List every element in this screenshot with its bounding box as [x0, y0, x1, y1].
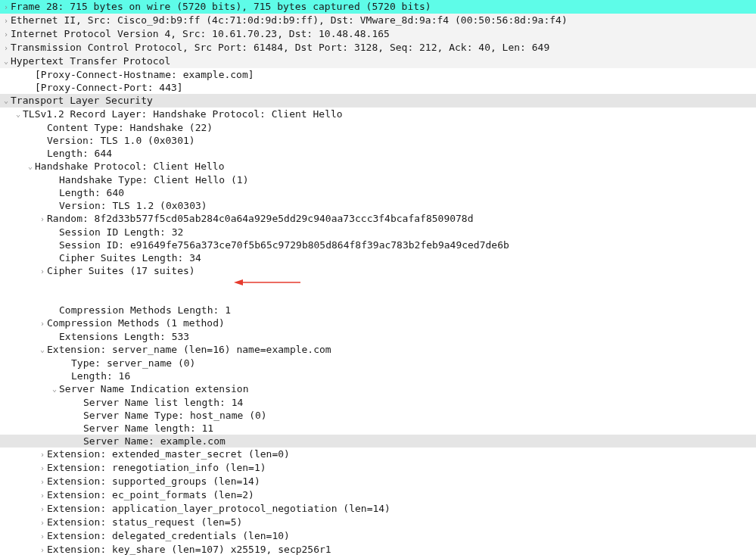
packet-details-tree: ›Frame 28: 715 bytes on wire (5720 bits)… — [0, 0, 756, 555]
sni-list-length[interactable]: Server Name list length: 14 — [0, 396, 756, 409]
annotation-arrow-icon — [198, 264, 302, 304]
compression-methods-length[interactable]: Compression Methods Length: 1 — [0, 304, 756, 316]
sni-name-value[interactable]: Server Name: example.com — [0, 435, 756, 447]
ext-item[interactable]: ›Extension: extended_master_secret (len=… — [0, 447, 756, 461]
chevron-right-icon[interactable]: › — [38, 265, 47, 278]
handshake-row[interactable]: ⌄Handshake Protocol: Client Hello — [0, 160, 756, 173]
ext-item[interactable]: ›Extension: application_layer_protocol_n… — [0, 502, 756, 516]
chevron-right-icon[interactable]: › — [2, 42, 11, 55]
chevron-down-icon[interactable]: ⌄ — [14, 108, 23, 120]
http-summary: Hypertext Transfer Protocol — [11, 55, 170, 67]
chevron-down-icon[interactable]: ⌄ — [2, 94, 11, 107]
tls-content-type[interactable]: Content Type: Handshake (22) — [0, 121, 756, 134]
cipher-suites-length[interactable]: Cipher Suites Length: 34 — [0, 251, 756, 264]
handshake-length[interactable]: Length: 640 — [0, 186, 756, 199]
ext-sni-length[interactable]: Length: 16 — [0, 369, 756, 382]
chevron-right-icon[interactable]: › — [38, 448, 47, 461]
http-row[interactable]: ⌄Hypertext Transfer Protocol — [0, 55, 756, 68]
ext-item[interactable]: ›Extension: ec_point_formats (len=2) — [0, 488, 756, 502]
chevron-down-icon[interactable]: ⌄ — [2, 55, 11, 67]
session-id-length[interactable]: Session ID Length: 32 — [0, 226, 756, 239]
sni-name-type[interactable]: Server Name Type: host_name (0) — [0, 409, 756, 422]
sni-ext-row[interactable]: ⌄Server Name Indication extension — [0, 382, 756, 396]
extensions-length[interactable]: Extensions Length: 533 — [0, 330, 756, 343]
chevron-right-icon[interactable]: › — [2, 1, 11, 14]
ext-server-name-row[interactable]: ⌄Extension: server_name (len=16) name=ex… — [0, 343, 756, 357]
chevron-right-icon[interactable]: › — [38, 475, 47, 488]
chevron-right-icon[interactable]: › — [38, 489, 47, 502]
chevron-right-icon[interactable]: › — [38, 544, 47, 555]
chevron-down-icon[interactable]: ⌄ — [26, 160, 35, 173]
svg-marker-1 — [234, 279, 243, 285]
frame-summary: Frame 28: 715 bytes on wire (5720 bits),… — [11, 1, 431, 12]
handshake-random[interactable]: ›Random: 8f2d33b577f5cd05ab284c0a64a929e… — [0, 212, 756, 226]
chevron-right-icon[interactable]: › — [38, 503, 47, 516]
ext-item[interactable]: ›Extension: renegotiation_info (len=1) — [0, 461, 756, 475]
chevron-right-icon[interactable]: › — [38, 516, 47, 529]
frame-row[interactable]: ›Frame 28: 715 bytes on wire (5720 bits)… — [0, 0, 756, 14]
chevron-down-icon[interactable]: ⌄ — [38, 343, 47, 356]
ethernet-row[interactable]: ›Ethernet II, Src: Cisco_9d:b9:ff (4c:71… — [0, 14, 756, 27]
tls-record-row[interactable]: ⌄TLSv1.2 Record Layer: Handshake Protoco… — [0, 108, 756, 121]
tls-record-version[interactable]: Version: TLS 1.0 (0x0301) — [0, 134, 756, 147]
handshake-type[interactable]: Handshake Type: Client Hello (1) — [0, 173, 756, 186]
ip-row[interactable]: ›Internet Protocol Version 4, Src: 10.61… — [0, 27, 756, 41]
tls-row[interactable]: ⌄Transport Layer Security — [0, 94, 756, 108]
tcp-summary: Transmission Control Protocol, Src Port:… — [11, 42, 549, 53]
ext-item[interactable]: ›Extension: status_request (len=5) — [0, 516, 756, 529]
ext-sni-type[interactable]: Type: server_name (0) — [0, 357, 756, 369]
handshake-summary: Handshake Protocol: Client Hello — [35, 161, 224, 172]
tls-record-length[interactable]: Length: 644 — [0, 147, 756, 160]
sni-name-length[interactable]: Server Name length: 11 — [0, 422, 756, 435]
chevron-right-icon[interactable]: › — [38, 213, 47, 226]
ext-item[interactable]: ›Extension: key_share (len=107) x25519, … — [0, 543, 756, 555]
ip-summary: Internet Protocol Version 4, Src: 10.61.… — [11, 28, 390, 39]
tcp-row[interactable]: ›Transmission Control Protocol, Src Port… — [0, 41, 756, 55]
handshake-version[interactable]: Version: TLS 1.2 (0x0303) — [0, 199, 756, 212]
ethernet-summary: Ethernet II, Src: Cisco_9d:b9:ff (4c:71:… — [11, 14, 568, 26]
chevron-right-icon[interactable]: › — [38, 530, 47, 543]
tls-record-summary: TLSv1.2 Record Layer: Handshake Protocol… — [23, 108, 343, 120]
chevron-right-icon[interactable]: › — [38, 462, 47, 475]
cipher-suites-row[interactable]: ›Cipher Suites (17 suites) — [0, 264, 756, 304]
chevron-right-icon[interactable]: › — [38, 317, 47, 330]
tls-summary: Transport Layer Security — [11, 95, 153, 106]
chevron-right-icon[interactable]: › — [2, 28, 11, 41]
chevron-down-icon[interactable]: ⌄ — [50, 382, 59, 395]
session-id[interactable]: Session ID: e91649fe756a373ce70f5b65c972… — [0, 239, 756, 251]
compression-methods-row[interactable]: ›Compression Methods (1 method) — [0, 316, 756, 330]
http-proxy-port[interactable]: [Proxy-Connect-Port: 443] — [0, 81, 756, 94]
http-proxy-host[interactable]: [Proxy-Connect-Hostname: example.com] — [0, 68, 756, 81]
ext-item[interactable]: ›Extension: supported_groups (len=14) — [0, 475, 756, 488]
chevron-right-icon[interactable]: › — [2, 14, 11, 27]
ext-item[interactable]: ›Extension: delegated_credentials (len=1… — [0, 529, 756, 543]
